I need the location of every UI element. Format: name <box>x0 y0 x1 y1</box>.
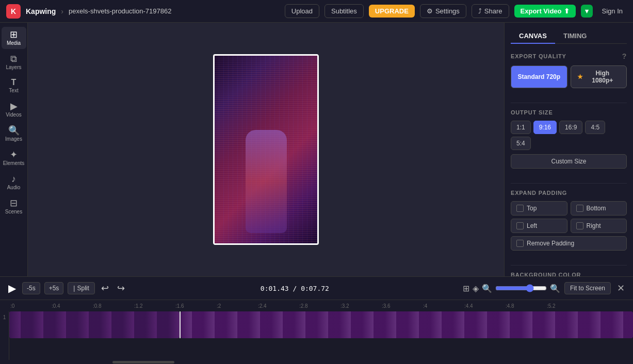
padding-right-checkbox <box>576 222 583 229</box>
sidebar-item-scenes[interactable]: ⊟ Scenes <box>2 195 26 218</box>
clip-segment-left[interactable] <box>9 311 180 338</box>
fit-to-screen-button[interactable]: Fit to Screen <box>564 282 611 294</box>
main-area: ⊞ Media ⧉ Layers T Text ▶ Videos 🔍 Image… <box>0 23 633 276</box>
sidebar-label-layers: Layers <box>6 65 21 70</box>
padding-grid: Top Bottom Left Right <box>511 201 627 251</box>
padding-bottom-button[interactable]: Bottom <box>571 201 627 216</box>
upgrade-button[interactable]: UPGRADE <box>369 5 415 18</box>
remove-padding-checkbox <box>516 240 524 247</box>
left-sidebar: ⊞ Media ⧉ Layers T Text ▶ Videos 🔍 Image… <box>0 23 28 276</box>
tick-10: :4 <box>422 303 463 309</box>
tick-6: :2.4 <box>257 303 298 309</box>
divider-3 <box>511 265 627 266</box>
breadcrumb-separator: › <box>61 7 63 15</box>
brand-name: Kapwing <box>26 7 56 15</box>
split-button[interactable]: | Split <box>68 282 94 294</box>
zoom-slider[interactable] <box>495 284 547 292</box>
expand-padding-title: EXPAND PADDING <box>511 190 627 196</box>
high-quality-button[interactable]: ★ High 1080p+ <box>571 65 627 88</box>
text-icon: T <box>11 78 17 87</box>
export-quality-info-icon[interactable]: ? <box>622 52 627 60</box>
media-icon: ⊞ <box>10 30 18 39</box>
clip-thumbnail-left <box>9 311 180 338</box>
tick-1: :0.4 <box>51 303 92 309</box>
tick-5: :2 <box>216 303 257 309</box>
zoom-plus-button[interactable]: 🔍 <box>550 284 560 293</box>
settings-button[interactable]: ⚙ Settings <box>420 4 466 18</box>
size-4-5-button[interactable]: 4:5 <box>585 121 605 134</box>
video-figure <box>246 130 287 233</box>
undo-button[interactable]: ↩ <box>99 280 111 296</box>
signin-button[interactable]: Sign In <box>598 5 627 18</box>
padding-left-button[interactable]: Left <box>511 219 567 233</box>
scrollbar-thumb[interactable] <box>112 361 174 363</box>
sidebar-label-scenes: Scenes <box>5 209 22 214</box>
star-icon: ★ <box>577 73 583 80</box>
export-dropdown-button[interactable]: ▾ <box>581 5 593 18</box>
skip-back-button[interactable]: -5s <box>22 282 40 294</box>
padding-left-checkbox <box>516 222 524 229</box>
padding-bottom-checkbox <box>576 205 583 212</box>
zoom-controls: ⊞ ◈ 🔍 🔍 <box>463 284 560 293</box>
divider-1 <box>511 103 627 103</box>
size-1-1-button[interactable]: 1:1 <box>511 121 531 134</box>
tick-8: :3.2 <box>339 303 381 309</box>
elements-icon: ✦ <box>10 150 18 159</box>
split-icon: | <box>73 285 75 292</box>
clip-thumbnail-right <box>181 311 633 338</box>
timecode-display: 0:01.43 / 0:07.72 <box>261 285 329 292</box>
sidebar-item-media[interactable]: ⊞ Media <box>2 27 26 49</box>
close-timeline-button[interactable]: ✕ <box>615 280 627 296</box>
export-button[interactable]: Export Video ⬆ <box>514 5 576 18</box>
video-preview <box>213 54 319 245</box>
timeline-scrollbar <box>0 360 633 364</box>
audio-icon: ♪ <box>11 174 16 184</box>
subtitles-button[interactable]: Subtitles <box>324 4 364 18</box>
sidebar-item-layers[interactable]: ⧉ Layers <box>2 51 26 73</box>
size-5-4-button[interactable]: 5:4 <box>511 137 531 150</box>
sidebar-label-elements: Elements <box>3 161 25 166</box>
tick-4: :1.6 <box>174 303 216 309</box>
zoom-minus-button[interactable]: 🔍 <box>482 284 492 293</box>
play-button[interactable]: ▶ <box>6 280 18 296</box>
share-button[interactable]: ⤴ Share <box>472 4 509 18</box>
padding-left-right-row: Left Right <box>511 219 627 233</box>
sidebar-label-videos: Videos <box>6 112 21 118</box>
timeline: :0 :0.4 :0.8 :1.2 :1.6 :2 :2.4 :2.8 :3.2… <box>0 300 633 364</box>
skip-forward-button[interactable]: +5s <box>44 282 64 294</box>
sidebar-item-videos[interactable]: ▶ Videos <box>2 98 26 121</box>
export-quality-title: EXPORT QUALITY ? <box>511 52 627 60</box>
size-16-9-button[interactable]: 16:9 <box>559 121 582 134</box>
sidebar-item-elements[interactable]: ✦ Elements <box>2 147 26 169</box>
transport-bar: ▶ -5s +5s | Split ↩ ↪ 0:01.43 / 0:07.72 … <box>0 277 633 300</box>
zoom-out-icon[interactable]: ◈ <box>473 284 479 293</box>
tab-canvas[interactable]: CANVAS <box>511 29 555 44</box>
tick-2: :0.8 <box>92 303 133 309</box>
top-navigation: K Kapwing › pexels-shvets-production-719… <box>0 0 633 23</box>
sidebar-item-text[interactable]: T Text <box>2 75 26 96</box>
sidebar-item-audio[interactable]: ♪ Audio <box>2 171 26 193</box>
upload-button[interactable]: Upload <box>285 4 319 18</box>
padding-top-button[interactable]: Top <box>511 201 567 216</box>
size-9-16-button[interactable]: 9:16 <box>533 121 557 134</box>
padding-remove-row: Remove Padding <box>511 236 627 251</box>
tick-7: :2.8 <box>298 303 339 309</box>
track-number-1: 1 <box>0 311 9 360</box>
sidebar-item-images[interactable]: 🔍 Images <box>2 123 26 145</box>
padding-top-bottom-row: Top Bottom <box>511 201 627 216</box>
standard-quality-button[interactable]: Standard 720p <box>511 65 567 88</box>
redo-button[interactable]: ↪ <box>115 280 127 296</box>
track-clips[interactable]: | <box>9 311 633 338</box>
tab-timing[interactable]: TIMING <box>555 29 595 44</box>
project-name: pexels-shvets-production-7197862 <box>69 7 171 15</box>
clip-segment-right[interactable] <box>181 311 633 338</box>
track-content: | <box>9 311 633 360</box>
padding-right-button[interactable]: Right <box>571 219 627 233</box>
bottom-area: ▶ -5s +5s | Split ↩ ↪ 0:01.43 / 0:07.72 … <box>0 276 633 364</box>
right-panel: CANVAS TIMING EXPORT QUALITY ? Standard … <box>504 23 633 276</box>
canvas-area[interactable] <box>28 23 504 276</box>
remove-padding-button[interactable]: Remove Padding <box>511 236 627 251</box>
zoom-in-button[interactable]: ⊞ <box>463 284 469 293</box>
custom-size-button[interactable]: Custom Size <box>511 154 627 169</box>
tick-13: :5.2 <box>546 303 587 309</box>
